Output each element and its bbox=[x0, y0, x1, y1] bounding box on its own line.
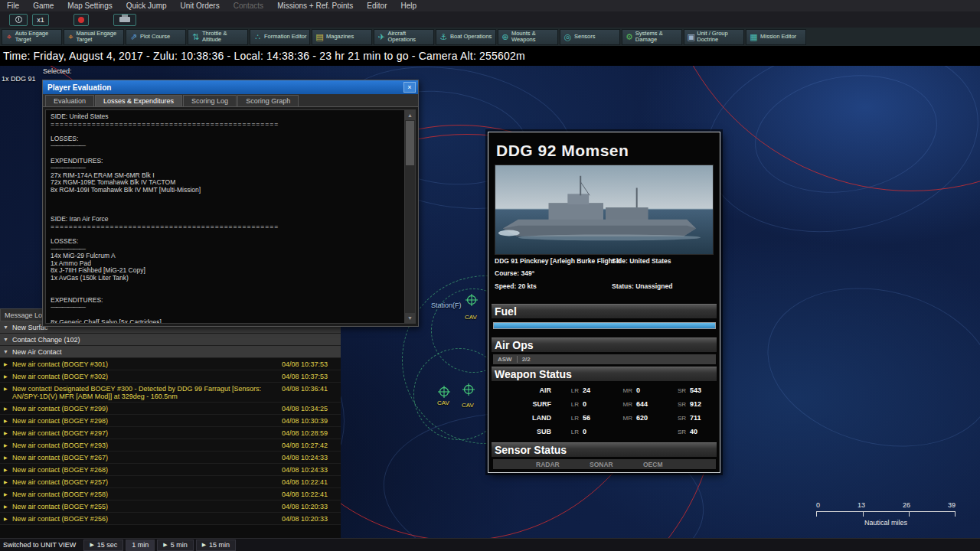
toolbar-button[interactable]: ◎ Sensors bbox=[560, 29, 620, 45]
message-log-row[interactable]: ▼ ▶ New Air Contact bbox=[0, 346, 341, 358]
sensor-toggle[interactable]: SONAR bbox=[590, 461, 643, 468]
message-text: New air contact (BOGEY #302) bbox=[12, 373, 108, 380]
bathymetry-contour bbox=[750, 266, 980, 470]
toolbar-button-icon: ⚓ bbox=[439, 33, 449, 41]
unit-symbol-ship[interactable] bbox=[462, 383, 475, 396]
evaluation-tab[interactable]: Evaluation bbox=[45, 95, 94, 106]
message-log-row[interactable]: ▼ ▶ New air contact (BOGEY #298) 04/08 1… bbox=[0, 415, 341, 427]
message-timestamp: 04/08 10:22:41 bbox=[282, 491, 328, 498]
message-log-row[interactable]: ▼ ▶ Contact Change (102) bbox=[0, 334, 341, 346]
toolbar-button[interactable]: ⇗ Plot Course bbox=[126, 29, 186, 45]
message-log-row[interactable]: ▼ ▶ New air contact (BOGEY #256) 04/08 1… bbox=[0, 513, 341, 525]
sensor-toggle[interactable]: RADAR bbox=[536, 461, 590, 468]
air-ops-status: ASW 2/2 bbox=[493, 354, 716, 364]
unit-symbol-ship[interactable] bbox=[466, 294, 478, 306]
menu-item[interactable]: Map Settings bbox=[60, 0, 119, 11]
sr-value: 543 bbox=[686, 386, 712, 394]
toolbar-button[interactable]: ⌖ Manual Engage Target bbox=[64, 29, 124, 45]
map-unit-label: CAV bbox=[437, 399, 449, 406]
sr-value: 912 bbox=[686, 400, 712, 408]
toolbar-button[interactable]: ⊕ Mounts & Weapons bbox=[498, 29, 558, 45]
time-compression-button[interactable]: ▶ 15 min bbox=[196, 540, 236, 551]
message-log-row[interactable]: ▼ ▶ New air contact (BOGEY #255) 04/08 1… bbox=[0, 500, 341, 513]
menu-item[interactable]: Game bbox=[26, 0, 60, 11]
printer-icon bbox=[119, 17, 130, 22]
toolbar-button[interactable]: ▣ Unit / Group Doctrine bbox=[684, 29, 744, 45]
weapon-status-row: LAND LR 56 MR 620 SR 711 bbox=[493, 411, 716, 425]
quick-bar: x1 bbox=[0, 11, 980, 28]
mr-value: 0 bbox=[632, 386, 658, 394]
collapse-arrow-icon[interactable]: ▼ bbox=[3, 334, 8, 346]
toolbar-button[interactable]: ✈ Aircraft Operations bbox=[374, 29, 434, 45]
menu-item[interactable]: Missions + Ref. Points bbox=[270, 0, 360, 11]
mr-value: 644 bbox=[632, 400, 658, 408]
scroll-up-icon[interactable]: ▲ bbox=[405, 110, 415, 120]
lr-label: LR bbox=[562, 429, 579, 435]
close-button[interactable]: × bbox=[403, 82, 416, 93]
message-log-row[interactable]: ▼ ▶ New air contact (BOGEY #293) 04/08 1… bbox=[0, 439, 341, 452]
message-log-row[interactable]: ▼ ▶ New air contact (BOGEY #267) 04/08 1… bbox=[0, 452, 341, 464]
evaluation-tab[interactable]: Scoring Log bbox=[183, 95, 237, 106]
weapon-status-row: SUB LR 0 SR 40 bbox=[493, 425, 716, 439]
time-speed-button[interactable]: x1 bbox=[32, 14, 49, 26]
toolbar-button-icon: ⌖ bbox=[67, 33, 75, 41]
time-compression-button[interactable]: ▶ 1 min bbox=[126, 540, 155, 551]
evaluation-text-line: 1x Ammo Pad bbox=[51, 260, 398, 268]
message-timestamp: 04/08 10:28:59 bbox=[282, 429, 328, 437]
lr-value: 56 bbox=[579, 414, 605, 422]
toolbar-button[interactable]: ⌖ Auto Engage Target bbox=[2, 29, 62, 45]
time-compression-label: 15 sec bbox=[97, 541, 118, 549]
time-compression-buttons: ▶ 15 sec ▶ 1 min ▶ 5 min ▶ 15 min bbox=[83, 540, 238, 551]
menu-item[interactable]: File bbox=[0, 0, 26, 11]
toolbar-button[interactable]: ▦ Mission Editor bbox=[746, 29, 806, 45]
message-log-row[interactable]: ▼ ▶ New air contact (BOGEY #268) 04/08 1… bbox=[0, 464, 341, 476]
message-timestamp: 04/08 10:24:33 bbox=[282, 454, 328, 461]
message-log-row[interactable]: ▼ ▶ New air contact (BOGEY #301) 04/08 1… bbox=[0, 358, 341, 370]
menu-item[interactable]: Contacts bbox=[227, 0, 270, 11]
message-log-row[interactable]: ▼ ▶ New air contact (BOGEY #302) 04/08 1… bbox=[0, 370, 341, 383]
scroll-thumb[interactable] bbox=[406, 121, 414, 165]
evaluation-text-line: —————— bbox=[51, 246, 398, 253]
menu-item[interactable]: Editor bbox=[360, 0, 394, 11]
scrollbar[interactable]: ▲ ▼ bbox=[404, 110, 415, 323]
air-ops-section-header: Air Ops bbox=[492, 337, 717, 352]
message-log-row[interactable]: ▼ ▶ New air contact (BOGEY #258) 04/08 1… bbox=[0, 488, 341, 500]
toolbar-button[interactable]: ⚓ Boat Operations bbox=[436, 29, 496, 45]
print-button[interactable] bbox=[113, 14, 136, 26]
message-timestamp: 04/08 10:20:33 bbox=[282, 503, 328, 510]
weapon-category: AIR bbox=[493, 386, 551, 394]
unit-symbol-ship[interactable] bbox=[438, 386, 450, 398]
weapon-status-header: Weapon Status bbox=[492, 367, 717, 381]
menu-item[interactable]: Unit Orders bbox=[174, 0, 227, 11]
record-button[interactable] bbox=[74, 14, 89, 26]
time-compression-button[interactable]: ▶ 15 sec bbox=[83, 540, 123, 551]
message-timestamp: 04/08 10:22:41 bbox=[282, 478, 328, 486]
sr-label: SR bbox=[669, 387, 686, 394]
collapse-arrow-icon[interactable]: ▼ bbox=[3, 346, 8, 358]
entry-bullet-icon: ▶ bbox=[4, 454, 8, 461]
menu-item[interactable]: Quick Jump bbox=[119, 0, 174, 11]
message-log-row[interactable]: ▼ ▶ New contact! Designated BOGEY #300 -… bbox=[0, 383, 341, 403]
scroll-down-icon[interactable]: ▼ bbox=[405, 313, 415, 323]
message-log-row[interactable]: ▼ ▶ New air contact (BOGEY #257) 04/08 1… bbox=[0, 476, 341, 488]
lr-label: LR bbox=[562, 387, 579, 394]
message-text: New air contact (BOGEY #257) bbox=[12, 478, 108, 486]
message-log-row[interactable]: ▼ ▶ New air contact (BOGEY #297) 04/08 1… bbox=[0, 427, 341, 439]
message-log-row[interactable]: ▼ ▶ New air contact (BOGEY #299) 04/08 1… bbox=[0, 403, 341, 415]
toolbar-button[interactable]: ∴ Formation Editor bbox=[250, 29, 310, 45]
window-title-bar[interactable]: Player Evaluation × bbox=[43, 80, 418, 94]
toolbar-button[interactable]: ⇅ Throttle & Altitude bbox=[188, 29, 248, 45]
toolbar-button[interactable]: ⚙ Systems & Damage bbox=[622, 29, 682, 45]
toolbar-button-label: Auto Engage Target bbox=[15, 31, 61, 43]
collapse-arrow-icon[interactable]: ▼ bbox=[3, 321, 8, 334]
game-clock-button[interactable] bbox=[9, 14, 28, 26]
evaluation-tab[interactable]: Scoring Graph bbox=[237, 95, 299, 106]
time-compression-button[interactable]: ▶ 5 min bbox=[157, 540, 193, 551]
evaluation-text-line: EXPENDITURES: bbox=[51, 297, 398, 305]
evaluation-tab[interactable]: Losses & Expenditures bbox=[95, 95, 182, 106]
sensor-toggle[interactable]: OECM bbox=[643, 461, 697, 468]
menu-item[interactable]: Help bbox=[394, 0, 423, 11]
toolbar-button[interactable]: ▤ Magazines bbox=[312, 29, 372, 45]
entry-bullet-icon: ▶ bbox=[4, 442, 8, 449]
evaluation-text-line bbox=[51, 231, 398, 239]
